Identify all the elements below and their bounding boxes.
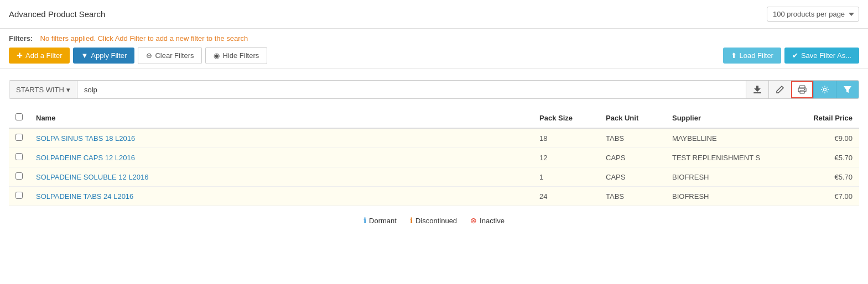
col-header-supplier: Supplier [666, 108, 776, 128]
row-checkbox-0[interactable] [15, 134, 23, 141]
row-pack-unit-0: TABS [599, 128, 666, 148]
row-pack-size-2: 1 [533, 167, 599, 187]
row-checkbox-1[interactable] [15, 153, 23, 160]
legend-dormant: ℹ Dormant [363, 216, 397, 225]
clear-filters-button[interactable]: ⊖ Clear Filters [138, 47, 202, 64]
row-checkbox-cell [9, 167, 29, 187]
filters-info: Filters: No filters applied. Click Add F… [9, 34, 859, 43]
row-checkbox-cell [9, 148, 29, 167]
svg-point-5 [824, 88, 827, 91]
filters-message: No filters applied. Click Add Filter to … [40, 34, 248, 43]
dormant-label: Dormant [369, 217, 397, 225]
table-section: Name Pack Size Pack Unit Supplier Retail… [0, 108, 868, 206]
row-pack-size-0: 18 [533, 128, 599, 148]
svg-point-4 [804, 89, 805, 90]
download-icon [753, 85, 762, 94]
row-pack-unit-2: CAPS [599, 167, 666, 187]
table-row: SOLPADEINE TABS 24 L2016 24 TABS BIOFRES… [9, 187, 859, 206]
table-header-row: Name Pack Size Pack Unit Supplier Retail… [9, 108, 859, 128]
per-page-select[interactable]: 10 products per page 25 products per pag… [767, 7, 859, 22]
row-supplier-2: BIOFRESH [666, 167, 776, 187]
table-row: SOLPADEINE SOLUBLE 12 L2016 1 CAPS BIOFR… [9, 167, 859, 187]
discontinued-icon: ℹ [410, 216, 413, 225]
search-row: STARTS WITH ▾ [9, 80, 859, 99]
save-filter-button[interactable]: ✔ Save Filter As... [784, 48, 859, 64]
eye-icon: ◉ [214, 51, 220, 60]
svg-rect-0 [753, 92, 761, 93]
filters-label: Filters: [9, 34, 33, 43]
row-checkbox-3[interactable] [15, 192, 23, 199]
add-filter-button[interactable]: ✚ Add a Filter [9, 48, 70, 64]
row-pack-unit-3: TABS [599, 187, 666, 206]
col-header-name: Name [29, 108, 533, 128]
page-title: Advanced Product Search [9, 9, 105, 19]
product-link-2[interactable]: SOLPADEINE SOLUBLE 12 L2016 [36, 173, 149, 181]
search-bar-section: STARTS WITH ▾ [0, 69, 868, 104]
dropdown-arrow-icon: ▾ [66, 86, 70, 94]
col-header-price: Retail Price [776, 108, 859, 128]
results-table: Name Pack Size Pack Unit Supplier Retail… [9, 108, 859, 206]
edit-icon-button[interactable] [768, 81, 791, 98]
top-bar: Advanced Product Search 10 products per … [0, 0, 868, 29]
row-checkbox-cell [9, 187, 29, 206]
inactive-label: Inactive [480, 217, 505, 225]
apply-filter-button[interactable]: ▼ Apply Filter [73, 48, 134, 64]
filter-funnel-icon-button[interactable] [836, 81, 859, 98]
row-name-0: SOLPA SINUS TABS 18 L2016 [29, 128, 533, 148]
row-name-2: SOLPADEINE SOLUBLE 12 L2016 [29, 167, 533, 187]
product-link-1[interactable]: SOLPADEINE CAPS 12 L2016 [36, 154, 135, 162]
settings-icon-button[interactable] [813, 81, 836, 98]
footer-legend: ℹ Dormant ℹ Discontinued ⊗ Inactive [0, 206, 868, 230]
hide-filters-button[interactable]: ◉ Hide Filters [205, 47, 267, 64]
print-icon-button[interactable] [791, 81, 813, 98]
table-row: SOLPADEINE CAPS 12 L2016 12 CAPS TEST RE… [9, 148, 859, 167]
legend-discontinued: ℹ Discontinued [410, 216, 457, 225]
discontinued-label: Discontinued [415, 217, 457, 225]
search-input[interactable] [77, 81, 746, 98]
filters-bar: Filters: No filters applied. Click Add F… [0, 29, 868, 69]
row-supplier-0: MAYBELLINE [666, 128, 776, 148]
pencil-icon [776, 85, 784, 94]
funnel-icon [843, 85, 852, 94]
row-price-0: €9.00 [776, 128, 859, 148]
select-all-checkbox[interactable] [15, 113, 23, 120]
table-row: SOLPA SINUS TABS 18 L2016 18 TABS MAYBEL… [9, 128, 859, 148]
dormant-icon: ℹ [363, 216, 366, 225]
product-link-3[interactable]: SOLPADEINE TABS 24 L2016 [36, 192, 133, 201]
filter-icon: ▼ [81, 51, 88, 60]
plus-icon: ✚ [17, 51, 23, 60]
row-pack-size-1: 12 [533, 148, 599, 167]
clear-icon: ⊖ [146, 51, 152, 60]
row-price-2: €5.70 [776, 167, 859, 187]
gear-icon [820, 85, 829, 94]
load-filter-button[interactable]: ⬆ Load Filter [723, 48, 781, 64]
select-all-header [9, 108, 29, 128]
inactive-icon: ⊗ [470, 216, 477, 225]
row-pack-unit-1: CAPS [599, 148, 666, 167]
row-checkbox-cell [9, 128, 29, 148]
filter-actions: ✚ Add a Filter ▼ Apply Filter ⊖ Clear Fi… [9, 47, 267, 64]
row-supplier-1: TEST REPLENISHMENT S [666, 148, 776, 167]
row-checkbox-2[interactable] [15, 172, 23, 180]
filter-type-button[interactable]: STARTS WITH ▾ [9, 81, 77, 98]
print-icon [798, 85, 807, 94]
filter-type-label: STARTS WITH [16, 86, 64, 94]
row-name-3: SOLPADEINE TABS 24 L2016 [29, 187, 533, 206]
legend-inactive: ⊗ Inactive [470, 216, 505, 225]
right-actions: ⬆ Load Filter ✔ Save Filter As... [723, 48, 859, 64]
filter-actions-wrapper: ✚ Add a Filter ▼ Apply Filter ⊖ Clear Fi… [9, 47, 859, 64]
product-link-0[interactable]: SOLPA SINUS TABS 18 L2016 [36, 134, 135, 143]
download-icon-button[interactable] [746, 81, 768, 98]
row-price-3: €7.00 [776, 187, 859, 206]
col-header-pack-unit: Pack Unit [599, 108, 666, 128]
upload-icon: ⬆ [731, 51, 737, 60]
row-pack-size-3: 24 [533, 187, 599, 206]
check-icon: ✔ [792, 51, 798, 60]
row-name-1: SOLPADEINE CAPS 12 L2016 [29, 148, 533, 167]
row-price-1: €5.70 [776, 148, 859, 167]
col-header-pack-size: Pack Size [533, 108, 599, 128]
row-supplier-3: BIOFRESH [666, 187, 776, 206]
